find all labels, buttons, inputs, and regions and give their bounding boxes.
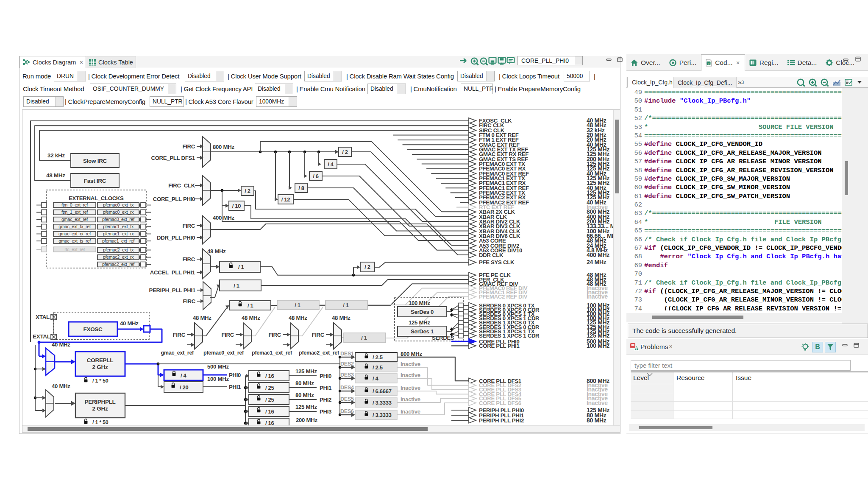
svg-text:48 MHz: 48 MHz <box>193 315 211 321</box>
svg-text:/ 2.5: / 2.5 <box>373 364 383 371</box>
svg-text:/ 4: / 4 <box>181 372 187 379</box>
svg-text:FIRC: FIRC <box>172 332 185 338</box>
svg-text:2 GHz: 2 GHz <box>92 364 108 370</box>
svg-text:Inactive: Inactive <box>401 385 420 391</box>
svg-text:PHI2: PHI2 <box>320 397 331 403</box>
svg-text:Slow IRC: Slow IRC <box>83 158 107 164</box>
svg-text:SerDes 0: SerDes 0 <box>411 309 434 315</box>
svg-text:ACCEL_PLL PHI1: ACCEL_PLL PHI1 <box>150 269 195 276</box>
svg-text:PHI0: PHI0 <box>320 373 331 379</box>
svg-text:CORE_PLL DFS1: CORE_PLL DFS1 <box>151 155 195 161</box>
svg-text:gmac_ext_tx_ref: gmac_ext_tx_ref <box>58 224 91 229</box>
svg-text:/ 25: / 25 <box>265 385 274 391</box>
svg-text:/ 16: / 16 <box>265 420 274 425</box>
svg-text:/ 12: / 12 <box>281 196 290 203</box>
svg-text:pfemac2_ext_tx: pfemac2_ext_tx <box>103 247 134 252</box>
svg-text:100 MHz: 100 MHz <box>409 300 430 306</box>
svg-text:pfemac0_ext_rx: pfemac0_ext_rx <box>103 210 134 215</box>
svg-text:2 GHz: 2 GHz <box>92 405 108 412</box>
svg-text:ftm_1_ext_ref: ftm_1_ext_ref <box>61 210 88 215</box>
svg-text:Inactive: Inactive <box>401 396 420 402</box>
svg-text:40 MHz: 40 MHz <box>52 341 70 348</box>
svg-text:/ 1 * 50: / 1 * 50 <box>92 378 108 384</box>
svg-text:/ 1: / 1 <box>361 335 367 341</box>
svg-text:/ 25: / 25 <box>265 397 274 403</box>
svg-text:40 MHz: 40 MHz <box>120 320 139 327</box>
svg-text:Inactive: Inactive <box>587 400 608 406</box>
svg-text:pfemac2_ext_ref: pfemac2_ext_ref <box>102 262 135 267</box>
svg-text:PHI3: PHI3 <box>320 408 331 415</box>
svg-text:FIRC_CLK: FIRC_CLK <box>168 182 195 189</box>
svg-text:pfemac0_ext_tx: pfemac0_ext_tx <box>103 202 134 207</box>
svg-text:100 MHz: 100 MHz <box>207 376 229 382</box>
svg-text:pfemac2_ext_rx: pfemac2_ext_rx <box>103 254 134 260</box>
svg-text:800 MHz: 800 MHz <box>401 351 422 357</box>
svg-text:FIRC: FIRC <box>221 332 234 338</box>
svg-text:pfemac1_ext_rx: pfemac1_ext_rx <box>103 231 134 236</box>
svg-text:PFEMAC2 REF DIV: PFEMAC2 REF DIV <box>479 293 528 300</box>
svg-text:FXOSC: FXOSC <box>83 326 103 333</box>
svg-text:800 MHz: 800 MHz <box>213 144 234 150</box>
svg-text:/ 2: / 2 <box>364 264 370 270</box>
svg-text:/ 1 * 50: / 1 * 50 <box>92 419 108 425</box>
svg-text:FIRC: FIRC <box>183 298 195 305</box>
svg-text:/ 2: / 2 <box>245 188 250 194</box>
svg-text:SERDES: SERDES <box>432 335 454 341</box>
svg-text:pfemac0_ext_ref: pfemac0_ext_ref <box>102 217 135 222</box>
svg-text:/ 1: / 1 <box>343 302 349 308</box>
svg-text:/ 1: / 1 <box>234 282 239 289</box>
svg-text:400 MHz: 400 MHz <box>587 251 609 258</box>
svg-text:FIRC: FIRC <box>182 143 195 150</box>
svg-text:Inactive: Inactive <box>401 372 420 378</box>
svg-text:80 MHz: 80 MHz <box>295 392 314 398</box>
svg-text:DDR_PLL PHI0: DDR_PLL PHI0 <box>157 235 195 241</box>
svg-text:/ 8: / 8 <box>298 185 304 191</box>
svg-text:rtc_ext_ref: rtc_ext_ref <box>64 247 85 252</box>
svg-text:EXTERNAL_CLOCKS: EXTERNAL_CLOCKS <box>69 195 124 201</box>
svg-text:500 MHz: 500 MHz <box>207 363 229 370</box>
svg-text:gmac_ext_rx_ref: gmac_ext_rx_ref <box>58 231 91 236</box>
svg-text:40 MHz: 40 MHz <box>52 383 70 389</box>
svg-text:48 MHz: 48 MHz <box>46 172 65 179</box>
svg-text:125 MHz: 125 MHz <box>295 404 317 410</box>
svg-text:DDR CLK: DDR CLK <box>479 252 504 258</box>
svg-text:/ 2.5: / 2.5 <box>373 354 383 360</box>
svg-text:gmac_ext_ref: gmac_ext_ref <box>161 350 194 356</box>
svg-text:PERIPHPLL: PERIPHPLL <box>84 399 115 405</box>
svg-text:pfemac1_ext_tx: pfemac1_ext_tx <box>103 224 134 229</box>
svg-text:/ 20: / 20 <box>180 384 189 391</box>
svg-text:/ 6.6667: / 6.6667 <box>373 388 392 394</box>
svg-text:FIRC: FIRC <box>182 223 195 229</box>
svg-text:XTAL: XTAL <box>36 314 50 320</box>
svg-text:pfemac2_ext_ref: pfemac2_ext_ref <box>299 350 339 356</box>
svg-text:CORE PLL PHI1: CORE PLL PHI1 <box>479 343 520 349</box>
svg-text:PHI0: PHI0 <box>229 372 241 378</box>
svg-text:DES5: DES5 <box>340 396 354 402</box>
svg-text:200 MHz: 200 MHz <box>296 417 317 423</box>
svg-text:/ 16: / 16 <box>265 408 274 415</box>
svg-text:PFE SYS CLK: PFE SYS CLK <box>479 259 515 265</box>
svg-text:32 kHz: 32 kHz <box>47 152 65 159</box>
svg-text:125 MHz: 125 MHz <box>409 319 430 326</box>
svg-text:EXTAL: EXTAL <box>33 333 50 340</box>
svg-text:SerDes 1: SerDes 1 <box>411 328 434 335</box>
svg-text:PHI1: PHI1 <box>229 384 241 390</box>
svg-text:COREPLL: COREPLL <box>87 357 113 363</box>
svg-text:48 MHz: 48 MHz <box>289 315 307 321</box>
svg-text:/ 3.3333: / 3.3333 <box>373 412 392 418</box>
svg-text:24 MHz: 24 MHz <box>587 259 606 265</box>
svg-text:125 MHz: 125 MHz <box>295 368 317 374</box>
svg-text:pfemac1_ext_ref: pfemac1_ext_ref <box>252 350 292 356</box>
svg-text:400 MHz: 400 MHz <box>213 215 234 221</box>
svg-text:/ 6: / 6 <box>313 173 319 179</box>
svg-text:FIRC: FIRC <box>268 332 281 338</box>
svg-text:/ 10: / 10 <box>232 203 241 209</box>
svg-text:pfemac0_ext_ref: pfemac0_ext_ref <box>203 350 244 356</box>
svg-text:Inactive: Inactive <box>401 408 420 415</box>
svg-text:CORE PLL DFS6: CORE PLL DFS6 <box>479 400 521 406</box>
svg-text:80 MHz: 80 MHz <box>295 380 314 386</box>
svg-text:48 MHz: 48 MHz <box>242 315 260 321</box>
svg-text:/ 1: / 1 <box>238 264 244 270</box>
svg-text:gmac_ext_ref: gmac_ext_ref <box>61 217 88 222</box>
svg-text:Fast IRC: Fast IRC <box>84 178 106 184</box>
